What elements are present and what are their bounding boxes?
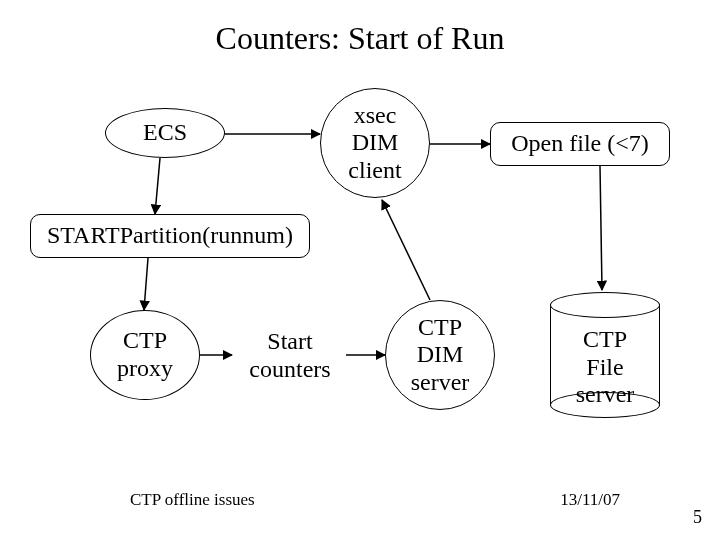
label-ecs: ECS [143, 119, 187, 147]
label-ctp-proxy: CTP proxy [117, 327, 173, 382]
label-start-counters: Start counters [249, 328, 330, 382]
svg-line-7 [600, 166, 602, 290]
node-open-file: Open file (<7) [490, 122, 670, 166]
footer-right: 13/11/07 [560, 490, 620, 510]
node-start-partition: STARTPartition(runnum) [30, 214, 310, 258]
svg-line-6 [382, 200, 430, 300]
label-ctp-dim-server: CTP DIM server [411, 314, 470, 397]
page-number: 5 [693, 507, 702, 528]
node-ecs: ECS [105, 108, 225, 158]
label-ctp-file-server: CTP File server [576, 326, 635, 407]
slide-title: Counters: Start of Run [0, 20, 720, 57]
svg-line-3 [144, 258, 148, 310]
node-xsec-dim-client: xsec DIM client [320, 88, 430, 198]
label-xsec: xsec DIM client [348, 102, 401, 185]
footer-left: CTP offline issues [130, 490, 255, 510]
node-start-counters: Start counters [235, 328, 345, 383]
node-ctp-proxy: CTP proxy [90, 310, 200, 400]
label-open-file: Open file (<7) [511, 130, 648, 158]
node-ctp-file-server: CTP File server [550, 292, 660, 418]
svg-line-2 [155, 158, 160, 214]
node-ctp-dim-server: CTP DIM server [385, 300, 495, 410]
label-start-partition: STARTPartition(runnum) [47, 222, 293, 250]
slide-stage: Counters: Start of Run ECS xsec DIM clie… [0, 0, 720, 540]
arrows-layer [0, 0, 720, 540]
